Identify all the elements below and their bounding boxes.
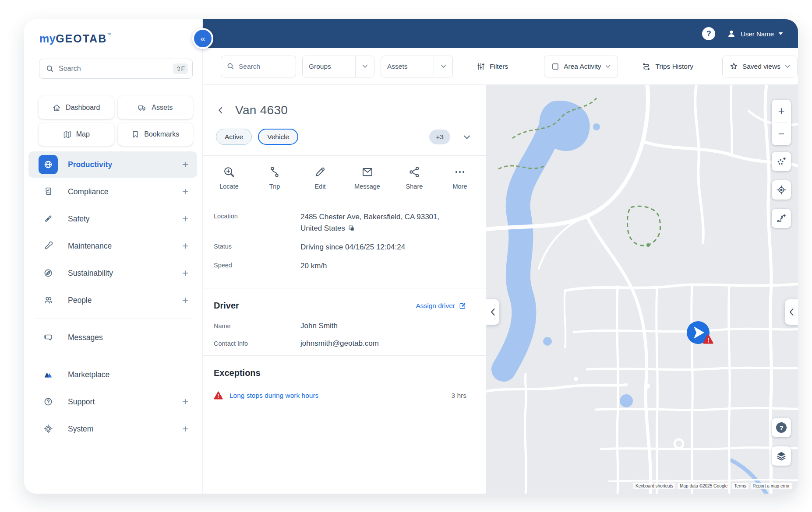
vehicle-marker[interactable] [683,319,720,352]
sidebar-item-label: System [68,424,182,434]
sidebar-item-label: People [68,296,182,305]
plus-icon[interactable]: + [182,159,188,170]
quick-link-label: Map [76,130,90,138]
add-route-button[interactable] [772,209,791,228]
plus-icon[interactable]: + [182,186,188,197]
chevron-down-icon [605,65,611,68]
map-layers-button[interactable] [772,446,791,466]
driver-name-value: John Smith [300,320,458,332]
more-dots-icon [453,165,466,179]
assets-dropdown[interactable]: Assets [381,56,453,77]
status-badge[interactable]: Active [216,129,252,145]
sidebar-search-input[interactable] [59,65,173,73]
toolbar-search-box[interactable] [221,56,296,77]
section-divider [203,288,486,288]
help-filled-icon: ? [775,421,788,434]
sidebar-item-marketplace[interactable]: Marketplace [28,361,197,388]
my-location-button[interactable] [772,180,791,200]
assets-button[interactable]: Assets [118,96,193,119]
layers-icon [776,450,787,462]
dashboard-button[interactable]: Dashboard [39,96,114,119]
copy-icon[interactable] [348,224,355,232]
zoom-in-button[interactable]: + [772,100,791,123]
right-panel-expand-tab[interactable] [785,299,798,325]
locate-action[interactable]: Locate [218,165,240,190]
location-value: 2485 Chester Ave, Bakersfield, CA 93301,… [300,211,458,234]
zoom-out-button[interactable]: − [772,123,791,146]
plus-icon[interactable]: + [182,295,188,305]
sidebar-item-support[interactable]: Support + [28,389,197,415]
truck-icon [138,103,147,112]
exception-link[interactable]: Long stops during work hours [229,392,318,400]
add-route-icon [776,213,787,224]
panel-collapse-tab[interactable] [486,299,499,325]
more-tags-badge[interactable]: +3 [429,130,450,144]
chat-icon [43,332,53,343]
sidebar-item-safety[interactable]: Safety + [28,206,197,232]
search-icon [46,64,54,73]
speed-label: Speed [214,260,300,272]
saved-views-label: Saved views [742,63,780,70]
asset-info-section: Location 2485 Chester Ave, Bakersfield, … [203,198,486,282]
user-menu[interactable]: User Name [727,29,783,39]
map-view[interactable]: + − ? Keyboard shortcuts Map data ©2025 … [486,85,798,494]
area-activity-button[interactable]: Area Activity [544,56,618,77]
map-button[interactable]: Map [39,123,114,146]
sidebar-collapse-button[interactable]: « [192,28,213,49]
logo-trademark: ™ [107,32,111,37]
sidebar-item-compliance[interactable]: Compliance + [28,179,197,205]
square-checkbox-icon [551,63,559,70]
driver-section-title: Driver [214,301,239,311]
marketplace-logo-icon [43,369,53,380]
globe-icon [43,159,53,170]
filters-button[interactable]: Filters [470,56,515,77]
groups-dropdown[interactable]: Groups [302,56,374,77]
area-activity-label: Area Activity [564,63,601,70]
help-button[interactable]: ? [702,27,715,40]
chevron-down-icon [785,65,790,68]
plus-icon[interactable]: + [182,241,188,251]
expand-chevron-icon[interactable] [462,132,472,142]
bookmarks-button[interactable]: Bookmarks [118,123,193,146]
keyboard-shortcuts-link[interactable]: Keyboard shortcuts [633,483,675,489]
plus-icon[interactable]: + [182,396,188,407]
sidebar-item-sustainability[interactable]: Sustainability + [28,260,197,286]
back-chevron-icon[interactable] [216,105,226,115]
warning-triangle-icon [214,391,223,400]
toolbar-search-input[interactable] [239,63,287,70]
chevron-left-icon [490,308,495,316]
terms-link[interactable]: Terms [732,483,748,489]
trip-action[interactable]: Trip [263,165,286,190]
add-zone-button[interactable] [772,152,791,171]
driver-name-label: Name [214,321,300,330]
plus-icon[interactable]: + [182,268,188,278]
map-help-button[interactable]: ? [772,418,791,437]
trips-history-button[interactable]: Trips History [635,56,700,77]
chevron-down-icon [441,64,446,68]
exception-row: Long stops during work hours 3 hrs [214,391,466,400]
report-map-error-link[interactable]: Report a map error [751,483,792,489]
quick-link-label: Assets [152,104,173,112]
share-action[interactable]: Share [403,165,426,190]
sidebar-item-messages[interactable]: Messages [28,324,197,351]
plus-icon[interactable]: + [182,424,188,434]
message-action[interactable]: Message [354,165,380,190]
logo-geotab: GEOTAB [56,32,107,45]
assign-driver-link[interactable]: Assign driver [416,302,466,310]
sidebar-item-system[interactable]: System + [28,416,197,442]
envelope-icon [361,165,374,179]
map-icon [63,130,72,139]
sidebar-item-people[interactable]: People + [28,287,197,313]
edit-action[interactable]: Edit [309,165,332,190]
sidebar-search-box[interactable]: ⇧F [39,59,193,79]
sidebar-item-productivity[interactable]: Productivity + [28,151,197,178]
help-icon: ? [706,29,711,39]
sidebar-item-maintenance[interactable]: Maintenance + [28,233,197,259]
saved-views-button[interactable]: Saved views [722,56,798,77]
chevron-down-icon [362,64,368,68]
asset-detail-panel: Van 4630 Active Vehicle +3 Locate Trip E… [203,85,486,494]
action-label: Edit [315,183,326,190]
more-action[interactable]: More [448,165,471,190]
plus-icon[interactable]: + [182,214,188,224]
type-badge[interactable]: Vehicle [258,129,298,145]
